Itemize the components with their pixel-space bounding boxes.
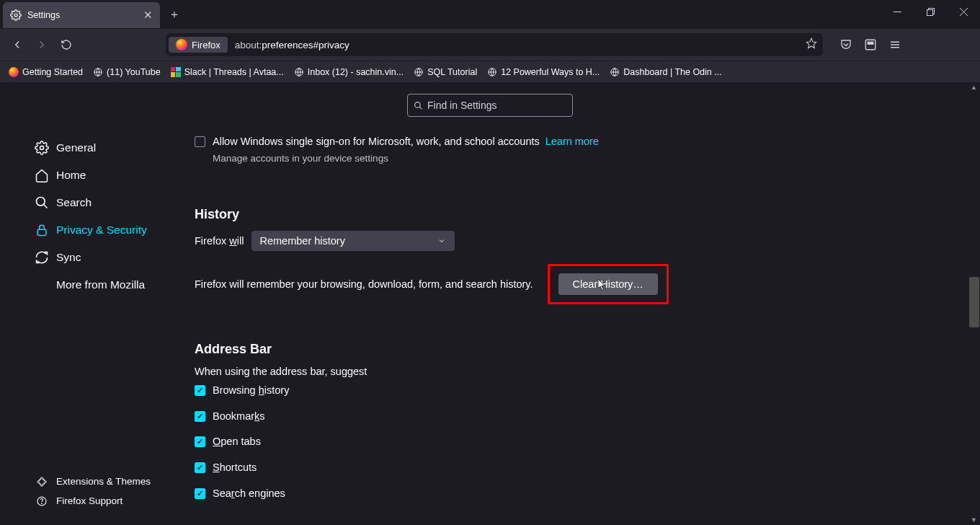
- sidebar-item-general[interactable]: General: [0, 134, 166, 162]
- tabstrip: Settings ✕ ＋: [0, 0, 881, 29]
- clear-history-button[interactable]: Clear History…: [558, 273, 658, 295]
- sso-subtext: Manage accounts in your device settings: [213, 153, 951, 164]
- mozilla-icon: m: [35, 278, 49, 292]
- history-mode-select[interactable]: Remember history: [251, 231, 455, 251]
- menu-button[interactable]: [883, 33, 906, 56]
- lock-icon: [35, 223, 49, 237]
- toolbar: Firefox about:preferences#privacy: [0, 29, 980, 61]
- bookmark-item[interactable]: SQL Tutorial: [409, 65, 481, 79]
- learn-more-link[interactable]: Learn more: [545, 136, 599, 147]
- gear-icon: [10, 9, 22, 21]
- svg-line-22: [44, 205, 48, 208]
- back-button[interactable]: [6, 33, 29, 56]
- addr-label: Search engines: [213, 486, 285, 502]
- sidebar-item-home[interactable]: Home: [0, 162, 166, 189]
- sidebar-item-privacy[interactable]: Privacy & Security: [0, 216, 166, 244]
- scrollbar-thumb[interactable]: [969, 277, 979, 327]
- tab-title: Settings: [27, 10, 138, 20]
- url-bar[interactable]: Firefox about:preferences#privacy: [166, 33, 823, 56]
- scroll-down-icon[interactable]: ▼: [971, 516, 977, 524]
- firefox-icon: [9, 67, 19, 77]
- minimize-button[interactable]: [881, 0, 914, 23]
- titlebar: Settings ✕ ＋: [0, 0, 980, 29]
- globe-icon: [610, 67, 620, 77]
- svg-point-18: [415, 102, 421, 107]
- bookmark-item[interactable]: Inbox (12) - sachin.vin...: [290, 65, 408, 79]
- address-bar-heading: Address Bar: [195, 342, 951, 357]
- tab-close-icon[interactable]: ✕: [143, 9, 153, 22]
- sso-checkbox[interactable]: [195, 136, 205, 147]
- firefox-icon: [176, 39, 187, 50]
- reload-button[interactable]: [55, 33, 78, 56]
- sidebar-label: Extensions & Themes: [56, 476, 151, 487]
- svg-rect-9: [871, 42, 873, 44]
- history-prefix: Firefox will: [195, 235, 244, 247]
- addr-checkbox[interactable]: ✓: [195, 462, 205, 473]
- bookmark-star-icon[interactable]: [806, 38, 817, 52]
- sidebar-label: Home: [56, 169, 86, 182]
- sso-label: Allow Windows single sign-on for Microso…: [213, 134, 599, 150]
- addr-option: ✓Shortcuts: [195, 460, 951, 476]
- bookmark-item[interactable]: Dashboard | The Odin ...: [605, 65, 726, 79]
- pocket-icon[interactable]: [834, 33, 858, 56]
- sidebar-item-mozilla[interactable]: m More from Mozilla: [0, 271, 166, 299]
- search-icon: [35, 195, 49, 210]
- sidebar-item-extensions[interactable]: Extensions & Themes: [0, 472, 166, 491]
- address-bar-subtext: When using the address bar, suggest: [195, 366, 951, 377]
- window-controls: [881, 0, 980, 23]
- close-window-button[interactable]: [947, 0, 980, 23]
- chevron-down-icon: [437, 237, 446, 245]
- addr-option: ✓Browsing history: [195, 383, 951, 399]
- search-icon: [414, 101, 423, 110]
- svg-rect-3: [927, 9, 932, 15]
- globe-icon: [414, 67, 424, 77]
- globe-icon: [294, 67, 304, 77]
- addr-label: Bookmarks: [213, 409, 265, 425]
- sidebar-item-support[interactable]: Firefox Support: [0, 491, 166, 511]
- maximize-button[interactable]: [914, 0, 947, 23]
- scroll-up-icon[interactable]: ▲: [971, 84, 977, 91]
- sidebar-item-sync[interactable]: Sync: [0, 244, 166, 271]
- addr-checkbox[interactable]: ✓: [195, 488, 205, 499]
- sidebar-label: More from Mozilla: [56, 278, 145, 291]
- sidebar-label: Sync: [56, 251, 81, 264]
- history-heading: History: [195, 207, 951, 222]
- addr-checkbox[interactable]: ✓: [195, 385, 205, 396]
- addr-option: ✓Search engines: [195, 486, 951, 502]
- svg-point-0: [14, 14, 17, 17]
- sidebar-item-search[interactable]: Search: [0, 189, 166, 216]
- bookmarks-bar: Getting Started (11) YouTube Slack | Thr…: [0, 61, 980, 82]
- sidebar-label: Firefox Support: [56, 495, 122, 506]
- addr-checkbox[interactable]: ✓: [195, 411, 205, 422]
- history-mode-row: Firefox will Remember history: [195, 231, 951, 251]
- svg-rect-8: [868, 42, 870, 44]
- help-icon: [35, 494, 49, 508]
- select-value: Remember history: [260, 235, 345, 247]
- svg-rect-7: [865, 40, 876, 50]
- home-icon: [35, 168, 49, 182]
- bookmark-item[interactable]: 12 Powerful Ways to H...: [483, 65, 604, 79]
- svg-point-27: [42, 503, 43, 503]
- extension-icon[interactable]: [859, 33, 882, 56]
- new-tab-button[interactable]: ＋: [164, 4, 184, 25]
- svg-line-19: [419, 107, 422, 109]
- identity-box[interactable]: Firefox: [169, 37, 228, 53]
- bookmark-item[interactable]: (11) YouTube: [89, 65, 165, 79]
- identity-label: Firefox: [192, 40, 220, 50]
- svg-point-21: [37, 198, 45, 206]
- puzzle-icon: [35, 475, 49, 489]
- forward-button[interactable]: [30, 33, 53, 56]
- bookmark-item[interactable]: Getting Started: [4, 65, 87, 79]
- addr-label: Open tabs: [213, 434, 261, 450]
- slack-icon: [171, 67, 181, 77]
- bookmark-item[interactable]: Slack | Threads | Avtaa...: [166, 65, 288, 79]
- tab-settings[interactable]: Settings ✕: [3, 2, 160, 28]
- sidebar-label: Search: [56, 196, 92, 209]
- svg-text:m: m: [39, 281, 44, 288]
- addr-option: ✓Open tabs: [195, 434, 951, 450]
- search-input[interactable]: Find in Settings: [407, 94, 573, 117]
- globe-icon: [93, 67, 103, 77]
- vertical-scrollbar[interactable]: ▲ ▼: [968, 82, 980, 525]
- globe-icon: [487, 67, 497, 77]
- addr-checkbox[interactable]: ✓: [195, 436, 205, 447]
